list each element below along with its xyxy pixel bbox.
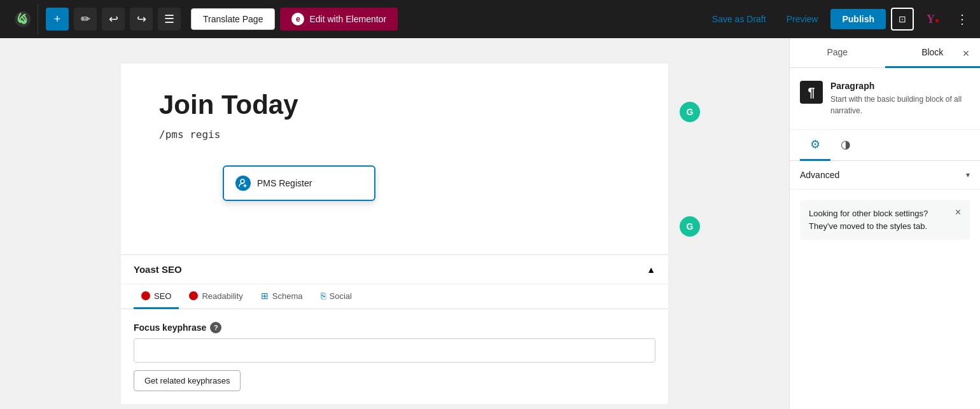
list-icon: ☰	[164, 12, 174, 26]
right-sidebar: Page Block × ¶ Paragraph Start with the …	[789, 38, 980, 409]
style-tab-settings[interactable]: ⚙	[800, 130, 830, 161]
block-icon-row: ¶ Paragraph Start with the basic buildin…	[800, 81, 970, 116]
advanced-header[interactable]: Advanced ▾	[790, 161, 980, 190]
yoast-section-header[interactable]: Yoast SEO ▲	[121, 255, 668, 284]
undo-button[interactable]: ↩	[102, 8, 125, 31]
block-info: ¶ Paragraph Start with the basic buildin…	[790, 68, 980, 130]
advanced-chevron-icon: ▾	[966, 170, 970, 179]
main-layout: G Join Today PMS Register	[0, 38, 980, 409]
yoast-tabs: SEO Readability ⊞ Schema ⎘ Social	[121, 284, 668, 309]
yoast-icon: Y●	[927, 13, 939, 26]
yoast-tab-schema[interactable]: ⊞ Schema	[253, 284, 311, 309]
yoast-seo-section: Yoast SEO ▲ SEO Readability ⊞ Schema ⎘	[121, 254, 668, 404]
yoast-collapse-icon: ▲	[647, 265, 655, 275]
notification-text: Looking for other block settings? They'v…	[809, 207, 950, 232]
yoast-section-title: Yoast SEO	[134, 264, 182, 275]
block-name: Paragraph	[830, 81, 970, 91]
block-description: Paragraph Start with the basic building …	[830, 81, 970, 116]
settings-gear-icon: ⚙	[810, 137, 820, 151]
elementor-icon: e	[291, 13, 304, 25]
readability-status-dot	[189, 291, 198, 300]
page-title: Join Today	[159, 89, 630, 121]
advanced-title: Advanced	[800, 170, 839, 180]
save-draft-button[interactable]: Save as Draft	[704, 9, 774, 29]
toolbar: + ✏ ↩ ↪ ☰ Translate Page e Edit with Ele…	[0, 0, 980, 38]
close-sidebar-button[interactable]: ×	[957, 45, 975, 62]
autocomplete-dropdown: PMS Register	[223, 165, 375, 201]
pencil-icon: ✏	[81, 12, 90, 26]
redo-button[interactable]: ↪	[130, 8, 153, 31]
block-style-row: ⚙ ◑	[790, 130, 980, 161]
redo-icon: ↪	[137, 12, 146, 26]
publish-button[interactable]: Publish	[830, 9, 886, 29]
view-toggle-button[interactable]: ⊡	[891, 8, 914, 31]
tab-page[interactable]: Page	[790, 38, 885, 68]
more-options-button[interactable]: ⋮	[952, 9, 972, 29]
grammarly-icon-1[interactable]: G	[680, 102, 700, 122]
svg-point-0	[241, 179, 244, 183]
preview-button[interactable]: Preview	[779, 9, 826, 29]
paragraph-block-icon: ¶	[800, 81, 823, 104]
get-related-keyphrases-button[interactable]: Get related keyphrases	[134, 370, 241, 391]
seo-status-dot	[141, 291, 150, 300]
page-content[interactable]: /pms regis	[159, 128, 630, 141]
yoast-button[interactable]: Y●	[919, 8, 947, 31]
editor-content[interactable]: G Join Today PMS Register	[121, 64, 668, 254]
advanced-section: Advanced ▾	[790, 161, 980, 190]
schema-grid-icon: ⊞	[261, 291, 269, 301]
edit-pencil-button[interactable]: ✏	[74, 8, 97, 31]
sidebar-tabs: Page Block ×	[790, 38, 980, 68]
details-button[interactable]: ☰	[158, 8, 181, 31]
yoast-tab-social[interactable]: ⎘ Social	[313, 284, 360, 309]
social-share-icon: ⎘	[321, 291, 326, 301]
focus-keyphrase-input[interactable]	[134, 338, 655, 363]
edit-with-elementor-button[interactable]: e Edit with Elementor	[280, 8, 398, 31]
logo-button[interactable]	[8, 4, 38, 34]
style-tab-styles[interactable]: ◑	[830, 130, 861, 161]
autocomplete-label: PMS Register	[257, 178, 312, 188]
styles-halfcircle-icon: ◑	[841, 137, 851, 151]
undo-icon: ↩	[109, 12, 118, 26]
grammarly-icon-2[interactable]: G	[680, 216, 700, 237]
autocomplete-item-pms-register[interactable]: PMS Register	[228, 170, 370, 196]
view-toggle-icon: ⊡	[899, 14, 906, 24]
add-block-button[interactable]: +	[46, 8, 69, 31]
notification-box: Looking for other block settings? They'v…	[800, 200, 970, 240]
notification-close-button[interactable]: ×	[955, 207, 961, 218]
yoast-body: Focus keyphrase ? Get related keyphrases	[121, 309, 668, 404]
pms-register-icon	[235, 176, 251, 191]
yoast-tab-seo[interactable]: SEO	[134, 284, 179, 309]
block-desc-text: Start with the basic building block of a…	[830, 94, 970, 116]
focus-keyphrase-label: Focus keyphrase ?	[134, 322, 655, 333]
focus-keyphrase-help-icon[interactable]: ?	[210, 322, 221, 333]
editor-area: G Join Today PMS Register	[0, 38, 789, 409]
yoast-tab-readability[interactable]: Readability	[181, 284, 250, 309]
more-icon: ⋮	[956, 11, 969, 27]
translate-page-button[interactable]: Translate Page	[191, 8, 275, 30]
